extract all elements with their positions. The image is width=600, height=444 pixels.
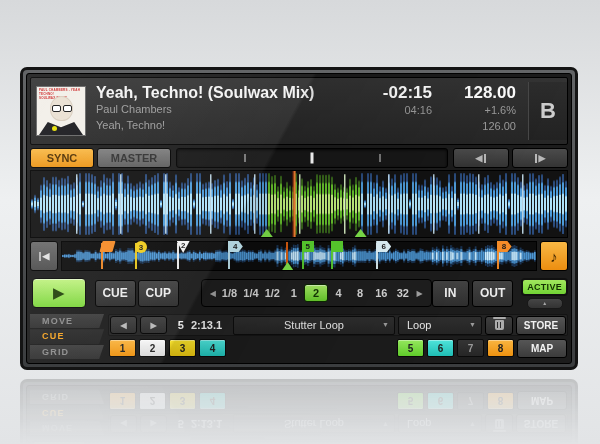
loop-active-group: ACTIVE ▲: [521, 278, 568, 309]
sync-row: SYNC MASTER ◀ ▶: [30, 148, 568, 168]
hotcue-6[interactable]: 6: [427, 339, 454, 357]
base-bpm: 126.00: [432, 119, 516, 135]
hotcue-5[interactable]: 5: [397, 339, 424, 357]
loop-size-32[interactable]: 32: [392, 284, 413, 302]
track-artist: Paul Chambers: [96, 102, 368, 118]
loop-size-left-arrow[interactable]: ◀: [207, 289, 219, 298]
next-cue-icon: ▶: [150, 321, 156, 330]
panel-collapse-button[interactable]: ▲: [527, 298, 563, 309]
skip-to-start-icon: ◀: [43, 251, 50, 261]
play-button[interactable]: ▶: [32, 278, 86, 308]
cue-editor-row: ◀ ▶ 5 2:13.1 Stutter Loop ▼ Loop ▼: [108, 314, 568, 336]
tab-grid[interactable]: GRID: [30, 345, 104, 360]
seek-back-icon: ◀: [476, 153, 483, 163]
hotcue-8[interactable]: 8: [487, 339, 514, 357]
deck-b-panel: PAUL CHAMBERS - YEAH TECHNO! SOULWAX REM…: [20, 67, 578, 370]
stripe-overview[interactable]: 3 2 4 5 6 8: [61, 241, 537, 271]
album-art-dot: [52, 126, 57, 131]
delete-cue-button[interactable]: [485, 316, 513, 335]
master-button[interactable]: MASTER: [97, 148, 171, 168]
play-icon: ▶: [53, 284, 65, 302]
album-art-glasses: [52, 105, 72, 112]
loop-size-1-4[interactable]: 1/4: [240, 284, 261, 302]
bpm-display: 128.00 +1.6% 126.00: [432, 82, 524, 140]
tempo-offset: +1.6%: [432, 103, 516, 119]
album-art: PAUL CHAMBERS - YEAH TECHNO! SOULWAX REM…: [36, 86, 86, 136]
prev-cue-icon: ◀: [120, 321, 126, 330]
collapse-up-icon: ▲: [542, 300, 547, 306]
advanced-panel: MOVE CUE GRID ◀ ▶ 5 2:13.1 Stutter Loop …: [30, 314, 568, 360]
stripe-row: ◀ 3 2 4 5 6 8 ♪: [30, 241, 568, 271]
cue-number: 5: [178, 319, 184, 331]
deck-inner: PAUL CHAMBERS - YEAH TECHNO! SOULWAX REM…: [26, 73, 572, 364]
cue-type-dropdown[interactable]: Loop ▼: [398, 316, 482, 335]
main-waveform[interactable]: [30, 170, 568, 238]
loop-size-2-selected[interactable]: 2: [304, 284, 327, 302]
keylock-button[interactable]: ♪: [540, 241, 568, 271]
panel-tabs: MOVE CUE GRID: [30, 314, 104, 360]
album-art-suit: [39, 122, 83, 135]
track-album: Yeah, Techno!: [96, 118, 368, 134]
cue-button[interactable]: CUE: [95, 280, 136, 307]
seek-back-button[interactable]: ◀: [453, 148, 509, 168]
hotcue-row: 1 2 3 4 5 6 7 8 MAP: [108, 339, 568, 357]
time-remaining: -02:15: [368, 84, 432, 103]
seek-forward-icon: ▶: [539, 153, 546, 163]
track-title: Yeah, Techno! (Soulwax Mix): [96, 84, 368, 102]
loop-size-1-2[interactable]: 1/2: [262, 284, 283, 302]
store-button[interactable]: STORE: [516, 316, 566, 335]
sync-button[interactable]: SYNC: [30, 148, 94, 168]
time-total: 04:16: [368, 103, 432, 119]
cue-name-dropdown[interactable]: Stutter Loop ▼: [233, 316, 395, 335]
loop-size-1-8[interactable]: 1/8: [219, 284, 240, 302]
loop-out-button[interactable]: OUT: [472, 280, 513, 307]
hotcue-4[interactable]: 4: [199, 339, 226, 357]
hotcue-7[interactable]: 7: [457, 339, 484, 357]
bpm-value: 128.00: [432, 84, 516, 103]
phase-meter: [176, 148, 448, 168]
chevron-down-icon: ▼: [469, 321, 476, 328]
hotcue-1[interactable]: 1: [109, 339, 136, 357]
loop-size-right-arrow[interactable]: ▶: [413, 289, 425, 298]
deck-letter: B: [528, 82, 567, 140]
loop-size-1[interactable]: 1: [283, 284, 304, 302]
loop-size-16[interactable]: 16: [371, 284, 392, 302]
loop-active-button[interactable]: ACTIVE: [521, 278, 568, 296]
loop-size-4[interactable]: 4: [328, 284, 349, 302]
stripe-canvas: [62, 242, 536, 270]
phase-tick: [379, 154, 380, 162]
chevron-down-icon: ▼: [382, 321, 389, 328]
seek-forward-button[interactable]: ▶: [512, 148, 568, 168]
phase-tick: [244, 154, 245, 162]
time-display: -02:15 04:16: [368, 82, 432, 140]
map-button[interactable]: MAP: [517, 339, 567, 358]
cue-position-display: 5 2:13.1: [170, 319, 230, 331]
tab-move[interactable]: MOVE: [30, 314, 104, 329]
music-note-icon: ♪: [550, 248, 558, 265]
tab-cue[interactable]: CUE: [30, 329, 104, 344]
hotcue-2[interactable]: 2: [139, 339, 166, 357]
prev-cue-button[interactable]: ◀: [110, 316, 137, 334]
cup-button[interactable]: CUP: [138, 280, 179, 307]
waveform-canvas: [31, 171, 567, 237]
next-cue-button[interactable]: ▶: [140, 316, 167, 334]
track-info: Yeah, Techno! (Soulwax Mix) Paul Chamber…: [86, 82, 368, 140]
loop-size-8[interactable]: 8: [349, 284, 370, 302]
transport-row: ▶ CUE CUP ◀ 1/8 1/4 1/2 1 2 4 8 16 32 ▶ …: [30, 275, 568, 311]
cue-panel: ◀ ▶ 5 2:13.1 Stutter Loop ▼ Loop ▼: [108, 314, 568, 360]
phase-tick-center: [311, 153, 314, 164]
cue-time: 2:13.1: [191, 319, 222, 331]
loop-in-button[interactable]: IN: [432, 280, 470, 307]
trash-icon: [495, 320, 504, 330]
track-header: PAUL CHAMBERS - YEAH TECHNO! SOULWAX REM…: [30, 77, 568, 145]
loop-size-selector: ◀ 1/8 1/4 1/2 1 2 4 8 16 32 ▶: [201, 279, 432, 307]
skip-to-start-button[interactable]: ◀: [30, 241, 58, 271]
hotcue-3[interactable]: 3: [169, 339, 196, 357]
